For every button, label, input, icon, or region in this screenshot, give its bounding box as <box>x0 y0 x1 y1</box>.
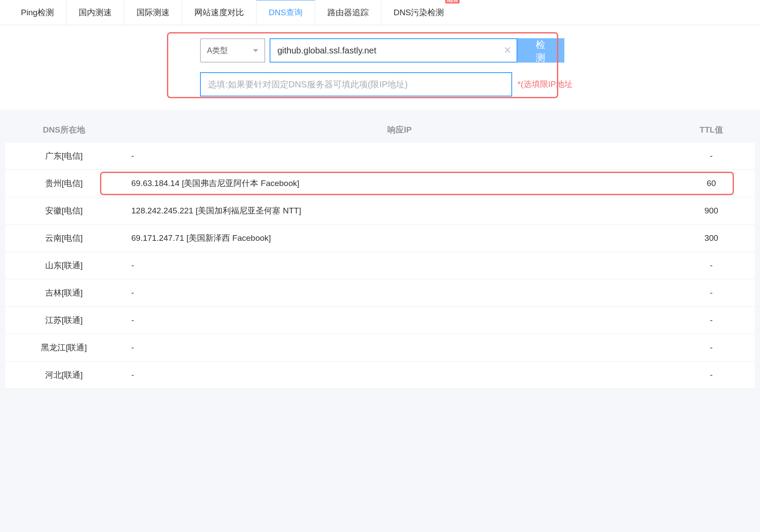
header-ttl: TTL值 <box>668 124 755 136</box>
table-header: DNS所在地 响应IP TTL值 <box>5 117 755 143</box>
cell-ttl: 60 <box>668 179 755 188</box>
dns-hint-text: *(选填限IP地址 <box>517 79 573 90</box>
table-row: 黑龙江[联通]-- <box>5 334 755 362</box>
cell-location: 山东[联通] <box>5 260 123 271</box>
table-row: 河北[联通]-- <box>5 362 755 389</box>
cell-ip: - <box>123 151 668 161</box>
cell-location: 云南[电信] <box>5 233 123 244</box>
new-badge: NEW <box>445 0 460 3</box>
close-icon[interactable]: ✕ <box>503 45 511 56</box>
cell-location: 安徽[电信] <box>5 205 123 216</box>
chevron-down-icon <box>253 49 258 52</box>
tab-0[interactable]: Ping检测 <box>9 0 67 25</box>
cell-ip: 69.63.184.14 [美国弗吉尼亚阿什本 Facebook] <box>123 178 668 189</box>
header-ip: 响应IP <box>123 124 668 136</box>
tab-label: 国际测速 <box>137 7 170 18</box>
tab-3[interactable]: 网站速度对比 <box>182 0 257 25</box>
cell-ttl: 900 <box>668 206 755 216</box>
tab-label: DNS查询 <box>269 7 303 18</box>
cell-ip: 128.242.245.221 [美国加利福尼亚圣何塞 NTT] <box>123 205 668 216</box>
tab-6[interactable]: DNS污染检测NEW <box>381 0 456 25</box>
cell-ip: 69.171.247.71 [美国新泽西 Facebook] <box>123 233 668 244</box>
cell-location: 贵州[电信] <box>5 178 123 189</box>
cell-location: 吉林[联通] <box>5 287 123 299</box>
cell-ttl: - <box>668 316 755 325</box>
cell-ip: - <box>123 370 668 380</box>
table-row: 云南[电信]69.171.247.71 [美国新泽西 Facebook]300 <box>5 225 755 252</box>
tab-label: Ping检测 <box>21 7 54 18</box>
cell-ttl: - <box>668 288 755 298</box>
cell-location: 江苏[联通] <box>5 315 123 326</box>
cell-ttl: 300 <box>668 233 755 243</box>
cell-location: 河北[联通] <box>5 369 123 381</box>
tab-label: 网站速度对比 <box>194 7 244 18</box>
table-row: 山东[联通]-- <box>5 252 755 279</box>
cell-ttl: - <box>668 370 755 380</box>
cell-ttl: - <box>668 151 755 161</box>
tab-1[interactable]: 国内测速 <box>67 0 124 25</box>
cell-location: 黑龙江[联通] <box>5 342 123 353</box>
header-location: DNS所在地 <box>5 124 123 136</box>
cell-ip: - <box>123 261 668 270</box>
tab-bar: Ping检测国内测速国际测速网站速度对比DNS查询路由器追踪DNS污染检测NEW <box>0 0 760 25</box>
cell-ttl: - <box>668 261 755 270</box>
table-row: 安徽[电信]128.242.245.221 [美国加利福尼亚圣何塞 NTT]90… <box>5 197 755 225</box>
record-type-select[interactable]: A类型 <box>200 38 265 63</box>
cell-ip: - <box>123 343 668 352</box>
table-row: 江苏[联通]-- <box>5 307 755 334</box>
cell-ip: - <box>123 316 668 325</box>
record-type-label: A类型 <box>207 45 228 56</box>
tab-label: 国内测速 <box>79 7 112 18</box>
cell-ip: - <box>123 288 668 298</box>
tab-label: 路由器追踪 <box>327 7 369 18</box>
search-panel: A类型 ✕ 检 测 *(选填限IP地址 <box>0 25 760 110</box>
tab-2[interactable]: 国际测速 <box>124 0 182 25</box>
results-table: DNS所在地 响应IP TTL值 广东[电信]--贵州[电信]69.63.184… <box>5 117 755 389</box>
table-row: 吉林[联通]-- <box>5 279 755 307</box>
tab-label: DNS污染检测 <box>393 7 444 18</box>
table-row: 广东[电信]-- <box>5 143 755 170</box>
tab-5[interactable]: 路由器追踪 <box>315 0 381 25</box>
search-button[interactable]: 检 测 <box>517 38 564 63</box>
cell-ttl: - <box>668 343 755 352</box>
dns-server-input[interactable] <box>200 72 512 96</box>
table-row: 贵州[电信]69.63.184.14 [美国弗吉尼亚阿什本 Facebook]6… <box>5 170 755 197</box>
cell-location: 广东[电信] <box>5 150 123 162</box>
domain-input[interactable] <box>270 38 517 63</box>
tab-4[interactable]: DNS查询 <box>257 0 315 25</box>
